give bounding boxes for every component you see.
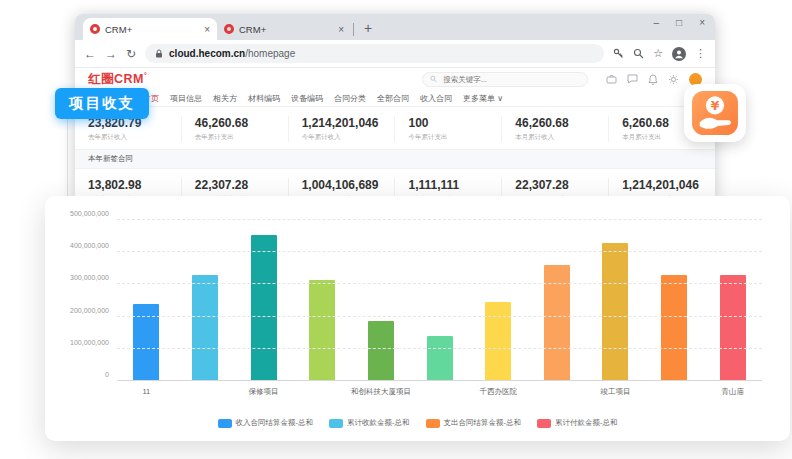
x-axis-tick-label: 千西办医院 [479,387,517,397]
chat-icon[interactable] [627,74,638,84]
bar[interactable] [602,243,628,381]
new-tab-button[interactable]: + [364,20,372,36]
crm-logo: 红圈CRM° [88,71,147,88]
gridline [117,251,762,252]
nav-item[interactable]: 项目信息 [170,93,202,104]
tab-title: CRM+ [105,24,199,35]
legend-swatch [218,419,232,428]
stat-value: 100 [408,116,488,130]
bar[interactable] [192,275,218,381]
x-axis-tick-label: 青山庙 [721,387,744,397]
stat-label: 今年累计收入 [302,133,382,142]
url-path: /homepage [245,48,295,59]
y-axis-tick-label: 400,000,000 [70,242,109,249]
forward-icon[interactable]: → [105,48,117,60]
nav-item[interactable]: 设备编码 [291,93,323,104]
bar-slot: 和创科技大厦项目 [352,220,411,381]
tab-separator [353,23,354,36]
zoom-icon[interactable] [633,48,644,59]
bar[interactable] [368,321,394,381]
browser-menu-icon[interactable]: ⋮ [695,47,706,60]
bar-chart: 11保修项目和创科技大厦项目千西办医院竣工项目青山庙 500,000,00040… [117,220,762,381]
stat-label: 去年累计支出 [195,133,275,142]
legend-item[interactable]: 累计收款金额-总和 [329,418,410,428]
bar[interactable] [427,336,453,381]
y-axis-tick-label: 300,000,000 [70,274,109,281]
nav-item[interactable]: 全部合同 [377,93,409,104]
money-icon-card: ¥ [684,84,746,142]
annotation-leader-line [67,116,68,196]
stat-value: 46,260.68 [195,116,275,130]
nav-item[interactable]: 收入合同 [420,93,452,104]
gear-icon[interactable] [668,74,679,85]
gridline [117,316,762,317]
stat-card: 1,214,201,046今年累计收入 [288,116,395,142]
bar-slot: 青山庙 [703,220,762,381]
bar-slot: 11 [117,220,176,381]
profile-avatar-icon[interactable] [672,47,686,61]
bookmark-star-icon[interactable]: ☆ [653,47,663,60]
browser-toolbar: ← → ↻ cloud.hecom.cn/homepage ☆ ⋮ [75,40,715,68]
stat-value: 1,004,106,689 [302,178,382,192]
bar[interactable] [251,235,277,382]
browser-tab-inactive[interactable]: CRM+ × [217,18,351,40]
stat-value: 22,307.28 [195,178,275,192]
briefcase-icon[interactable] [606,74,617,84]
nav-more-menu[interactable]: 更多菜单 ∨ [463,93,503,104]
bell-icon[interactable] [648,74,658,85]
nav-item[interactable]: 相关方 [213,93,237,104]
x-axis-line [117,380,762,381]
bars-container: 11保修项目和创科技大厦项目千西办医院竣工项目青山庙 [117,220,762,381]
chart-card: 11保修项目和创科技大厦项目千西办医院竣工项目青山庙 500,000,00040… [45,196,790,441]
nav-item[interactable]: 合同分类 [334,93,366,104]
tab-close-icon[interactable]: × [204,24,210,35]
gridline [117,283,762,284]
address-bar[interactable]: cloud.hecom.cn/homepage [145,44,604,63]
legend-label: 累计收款金额-总和 [347,418,410,428]
crm-search-input[interactable] [441,74,580,85]
browser-window: CRM+ × CRM+ × + – □ × ← → ↻ cloud.hecom.… [75,14,715,200]
crm-header-icons [606,73,702,86]
legend-item[interactable]: 收入合同结算金额-总和 [218,418,314,428]
back-icon[interactable]: ← [84,48,96,60]
crm-favicon-icon [224,24,234,34]
stat-label: 今年累计支出 [408,133,488,142]
gridline [117,219,762,220]
crm-header: 红圈CRM° [75,68,715,90]
bar-slot [527,220,586,381]
crm-nav-bar: ☰ 首页管理 首页 项目信息相关方材料编码设备编码合同分类全部合同收入合同 更多… [75,90,715,107]
bar[interactable] [720,275,746,381]
bar-slot: 竣工项目 [586,220,645,381]
reload-icon[interactable]: ↻ [126,48,136,60]
nav-item[interactable]: 材料编码 [248,93,280,104]
legend-swatch [329,419,343,428]
legend-item[interactable]: 累计付款金额-总和 [537,418,618,428]
bar[interactable] [485,302,511,381]
stat-value: 1,214,201,046 [622,178,702,192]
bar[interactable] [309,280,335,381]
y-axis-tick-label: 100,000,000 [70,338,109,345]
crm-search-box[interactable] [422,72,588,87]
key-icon[interactable] [613,48,624,59]
browser-tab-active[interactable]: CRM+ × [83,18,217,40]
maximize-button[interactable]: □ [676,17,682,28]
bar-slot [176,220,235,381]
browser-tab-bar: CRM+ × CRM+ × + – □ × [75,14,715,40]
stat-value: 1,111,111 [408,178,488,192]
stat-value: 46,260.68 [515,116,595,130]
stat-value: 1,214,201,046 [302,116,382,130]
x-axis-tick-label: 11 [142,387,150,396]
legend-label: 支出合同结算金额-总和 [444,418,522,428]
yen-hand-icon: ¥ [692,91,738,135]
bar[interactable] [661,275,687,381]
x-axis-tick-label: 保修项目 [249,387,279,397]
tab-close-icon[interactable]: × [338,24,344,35]
stat-card: 46,260.68本月累计收入 [501,116,608,142]
close-button[interactable]: × [699,17,705,28]
legend-item[interactable]: 支出合同结算金额-总和 [426,418,522,428]
minimize-button[interactable]: – [654,17,660,28]
gridline [117,348,762,349]
y-axis-tick-label: 0 [105,371,109,378]
stat-label: 去年累计收入 [88,133,168,142]
stat-value: 22,307.28 [515,178,595,192]
